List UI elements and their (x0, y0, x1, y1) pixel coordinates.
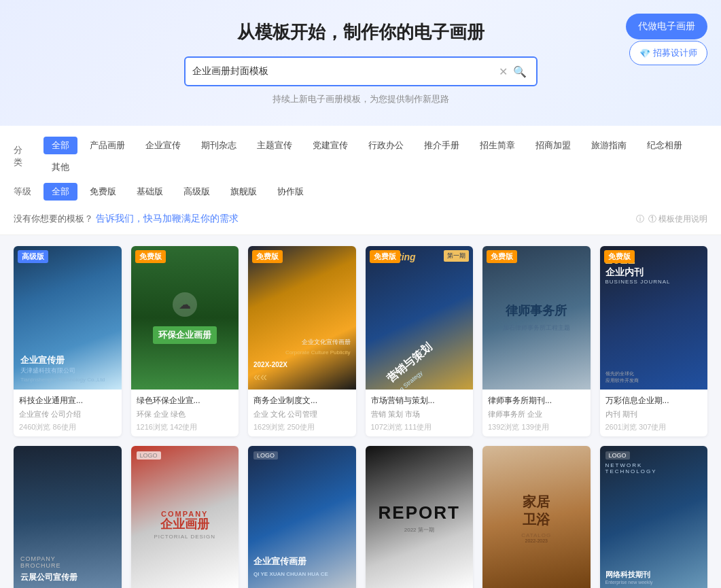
level-tag-advanced[interactable]: 高级版 (175, 183, 218, 201)
card-title-3: 商务企业制度文... (253, 395, 351, 407)
main-content: LOGO 企业宣传册 天津盛科技有限公司 Tianjinshengke Tech… (0, 235, 721, 588)
filter-section: 分类 全部产品画册企业宣传期刊杂志主题宣传党建宣传行政办公推介手册招生简章招商加… (0, 126, 721, 235)
card-tags-1: 企业宣传 公司介绍 (19, 409, 116, 419)
level-tag-free[interactable]: 免费版 (82, 183, 124, 201)
card-stats-1: 2460浏览 86使用 (19, 422, 116, 432)
card-badge-1: 高级版 (18, 250, 48, 263)
header: 从模板开始，制作你的电子画册 ✕ 🔍 持续上新电子画册模板，为您提供制作新思路 … (0, 0, 721, 126)
level-tag-collab[interactable]: 协作版 (269, 183, 312, 201)
card-info-4: 市场营销与策划... 营销 策划 市场 1072浏览 111使用 (366, 390, 474, 436)
category-label: 分类 (14, 144, 38, 169)
no-template-link[interactable]: 告诉我们，快马加鞭满足你的需求 (96, 213, 239, 224)
card-image-8: LOGO COMPANY 企业画册 PICTORIAL DESIGN (131, 446, 239, 588)
card-image-11: 家居卫浴 CATALOG 2022-2023 (482, 446, 591, 588)
template-card-7[interactable]: COMPANY BROCHURE 云展公司宣传册 云展公司宣传册 (14, 446, 122, 588)
template-card-11[interactable]: 家居卫浴 CATALOG 2022-2023 家居卫浴画册 (482, 446, 591, 588)
card-badge-2: 免费版 (135, 250, 166, 263)
level-tags: 全部免费版基础版高级版旗舰版协作版 (43, 183, 312, 201)
category-tag-product[interactable]: 产品画册 (82, 137, 133, 154)
category-tag-admin[interactable]: 行政办公 (360, 137, 412, 154)
card-tags-3: 企业 文化 公司管理 (253, 409, 351, 419)
level-filter-row: 等级 全部免费版基础版高级版旗舰版协作版 (14, 183, 707, 201)
template-card-2[interactable]: ☁ 环保企业画册 免费版 绿色环保企业宣... 环保 企业 绿色 1216浏览 … (131, 246, 239, 436)
card-info-2: 绿色环保企业宣... 环保 企业 绿色 1216浏览 142使用 (131, 390, 239, 436)
card-stats-6: 2601浏览 307使用 (605, 422, 703, 432)
template-card-3[interactable]: 企业文化宣传画册 Corporate Culture Publicity 202… (248, 246, 356, 436)
card-title-5: 律师事务所期刊... (488, 395, 585, 407)
card-badge-6: 免费版 (604, 250, 635, 263)
category-tag-all[interactable]: 全部 (43, 137, 77, 154)
no-template-info: 没有你想要的模板？ 告诉我们，快马加鞭满足你的需求 (14, 213, 239, 225)
card-image-10: REPORT 2022 第一期 (366, 446, 474, 588)
no-template-text: 没有你想要的模板？ (14, 213, 93, 224)
card-tags-2: 环保 企业 绿色 (137, 409, 234, 419)
category-tag-memorial[interactable]: 纪念相册 (639, 137, 690, 154)
card-tags-6: 内刊 期刊 (605, 409, 703, 419)
template-card-9[interactable]: LOGO 企业宣传画册QI YE XUAN CHUAN HUA CE 企业宣传画… (248, 446, 356, 588)
template-card-8[interactable]: LOGO COMPANY 企业画册 PICTORIAL DESIGN 企业画册 (131, 446, 239, 588)
card-image-12: LOGO NETWORK TECHNOLOGY 网络科技期刊 Enterpris… (600, 446, 708, 588)
card-title-6: 万彩信息企业期... (605, 395, 703, 407)
card-stats-5: 1392浏览 139使用 (488, 422, 585, 432)
info-icon: ⓘ (636, 214, 644, 224)
card-info-3: 商务企业制度文... 企业 文化 公司管理 1629浏览 250使用 (248, 390, 356, 436)
card-image-6: 2022 企业内刊 BUSINESS JOURNAL 领先的全球化 应用软件开发… (600, 246, 708, 390)
level-label: 等级 (14, 186, 38, 198)
category-tag-theme[interactable]: 主题宣传 (249, 137, 300, 154)
category-tag-franchise[interactable]: 招商加盟 (527, 137, 579, 154)
make-ebook-button[interactable]: 代做电子画册 (626, 14, 707, 39)
card-badge-4: 免费版 (370, 250, 400, 263)
category-tag-recruit[interactable]: 招生简章 (472, 137, 523, 154)
level-tag-flagship[interactable]: 旗舰版 (222, 183, 265, 201)
category-tag-company[interactable]: 企业宣传 (137, 137, 189, 154)
card-image-1: LOGO 企业宣传册 天津盛科技有限公司 Tianjinshengke Tech… (14, 246, 122, 390)
card-tags-4: 营销 策划 市场 (371, 409, 468, 419)
card-image-5: 律师事务所 加石律师事务所工程主题 免费版 (482, 246, 591, 390)
card-info-5: 律师事务所期刊... 律师事务所 企业 1392浏览 139使用 (482, 390, 591, 436)
card-image-3: 企业文化宣传画册 Corporate Culture Publicity 202… (248, 246, 356, 390)
card-info-1: 科技企业通用宣... 企业宣传 公司介绍 2460浏览 86使用 (14, 390, 122, 436)
template-card-4[interactable]: Marketing 第一期 营销与策划 Marketing Strategy 免… (366, 246, 474, 436)
template-card-6[interactable]: 2022 企业内刊 BUSINESS JOURNAL 领先的全球化 应用软件开发… (600, 246, 708, 436)
usage-hint[interactable]: ⓘ ① 模板使用说明 (636, 213, 707, 225)
category-tag-travel[interactable]: 旅游指南 (583, 137, 635, 154)
search-icon[interactable]: 🔍 (510, 63, 529, 81)
clear-icon[interactable]: ✕ (496, 63, 510, 81)
no-template-row: 没有你想要的模板？ 告诉我们，快马加鞭满足你的需求 ⓘ ① 模板使用说明 (14, 207, 707, 228)
card-badge-5: 免费版 (487, 250, 517, 263)
card-stats-3: 1629浏览 250使用 (253, 422, 351, 432)
page-title: 从模板开始，制作你的电子画册 (14, 20, 707, 44)
recruit-designer-button[interactable]: 💎 招募设计师 (629, 41, 707, 65)
category-tag-party[interactable]: 党建宣传 (304, 137, 356, 154)
card-tags-5: 律师事务所 企业 (488, 409, 585, 419)
category-tag-guide[interactable]: 推介手册 (416, 137, 468, 154)
card-grid: LOGO 企业宣传册 天津盛科技有限公司 Tianjinshengke Tech… (14, 246, 707, 588)
level-tag-basic[interactable]: 基础版 (128, 183, 171, 201)
level-tag-all[interactable]: 全部 (43, 183, 77, 201)
card-stats-2: 1216浏览 142使用 (137, 422, 234, 432)
template-card-10[interactable]: REPORT 2022 第一期 年报报告 (366, 446, 474, 588)
category-tags: 全部产品画册企业宣传期刊杂志主题宣传党建宣传行政办公推介手册招生简章招商加盟旅游… (43, 137, 707, 176)
category-tag-other[interactable]: 其他 (43, 158, 77, 176)
template-card-1[interactable]: LOGO 企业宣传册 天津盛科技有限公司 Tianjinshengke Tech… (14, 246, 122, 436)
card-title-1: 科技企业通用宣... (19, 395, 116, 407)
card-stats-4: 1072浏览 111使用 (371, 422, 468, 432)
card-badge-3: 免费版 (252, 250, 283, 263)
card-title-4: 市场营销与策划... (371, 395, 468, 407)
card-title-2: 绿色环保企业宣... (137, 395, 234, 407)
search-input[interactable] (192, 66, 496, 77)
template-card-5[interactable]: 律师事务所 加石律师事务所工程主题 免费版 律师事务所期刊... 律师事务所 企… (482, 246, 591, 436)
card-image-4: Marketing 第一期 营销与策划 Marketing Strategy 免… (366, 246, 474, 390)
diamond-icon: 💎 (639, 48, 650, 58)
card-image-9: LOGO 企业宣传画册QI YE XUAN CHUAN HUA CE (248, 446, 356, 588)
card-info-6: 万彩信息企业期... 内刊 期刊 2601浏览 307使用 (600, 390, 708, 436)
template-card-12[interactable]: LOGO NETWORK TECHNOLOGY 网络科技期刊 Enterpris… (600, 446, 708, 588)
category-filter-row: 分类 全部产品画册企业宣传期刊杂志主题宣传党建宣传行政办公推介手册招生简章招商加… (14, 137, 707, 176)
card-image-2: ☁ 环保企业画册 免费版 (131, 246, 239, 390)
category-tag-magazine[interactable]: 期刊杂志 (193, 137, 245, 154)
card-image-7: COMPANY BROCHURE 云展公司宣传册 (14, 446, 122, 588)
header-subtitle: 持续上新电子画册模板，为您提供制作新思路 (14, 93, 707, 105)
search-bar: ✕ 🔍 (184, 56, 538, 86)
